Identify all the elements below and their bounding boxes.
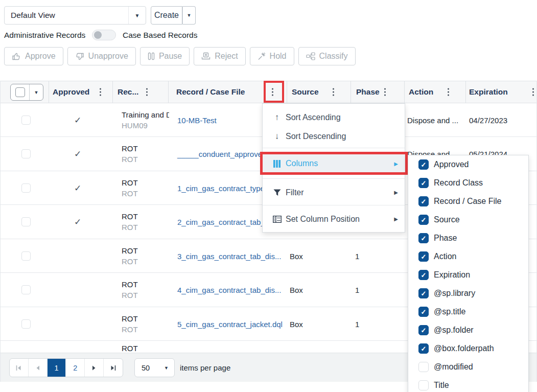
record-file-link[interactable]: 3_cim_gas_contract_tab_dis... <box>177 251 281 260</box>
checkbox-icon[interactable]: ✓ <box>418 343 429 354</box>
column-menu-button-phase[interactable] <box>384 88 386 96</box>
row-checkbox[interactable] <box>21 149 31 158</box>
column-header-expiration[interactable]: Expiration <box>469 87 508 97</box>
checkbox-icon[interactable]: ✓ <box>418 380 429 390</box>
hold-button[interactable]: Hold <box>250 47 294 65</box>
column-menu-button-record-class[interactable] <box>146 88 148 96</box>
column-menu-button-action[interactable] <box>448 88 449 96</box>
page-button-1[interactable]: 1 <box>48 359 66 377</box>
last-page-icon <box>110 365 116 371</box>
row-checkbox[interactable] <box>21 319 31 329</box>
header-cell-record-class: Rec... <box>113 81 169 103</box>
checkbox-icon[interactable]: ✓ <box>418 270 429 280</box>
column-menu-button-record-case-file[interactable] <box>272 88 273 96</box>
submenu-item-label: @sp.title <box>434 307 465 316</box>
unapprove-button[interactable]: Unapprove <box>67 47 136 65</box>
header-cell-select: ▼ <box>0 81 49 103</box>
record-type-toggle[interactable] <box>92 30 116 40</box>
create-button[interactable]: Create <box>151 6 182 25</box>
row-checkbox[interactable] <box>21 285 31 294</box>
menu-item-set-column-position[interactable]: Set Column Position ▶ <box>263 210 405 228</box>
column-context-menu: ↑ Sort Ascending ↓ Sort Descending Colum… <box>262 103 405 233</box>
reject-icon <box>201 52 211 60</box>
view-select-open-button[interactable]: ▼ <box>128 7 146 24</box>
record-file-link[interactable]: _____conduent_approve <box>177 150 262 158</box>
source-cell: Box <box>290 251 303 260</box>
checkbox-icon[interactable]: ✓ <box>418 251 429 262</box>
row-checkbox[interactable] <box>21 183 31 193</box>
menu-item-label: Sort Descending <box>286 132 346 141</box>
menu-item-sort-ascending[interactable]: ↑ Sort Ascending <box>263 108 405 127</box>
sort-ascending-icon: ↑ <box>271 113 283 122</box>
submenu-item-source[interactable]: ✓ Source <box>408 211 528 229</box>
submenu-item-modified[interactable]: ✓ @modified <box>408 358 528 376</box>
previous-page-button[interactable] <box>29 359 48 377</box>
page-button-2[interactable]: 2 <box>66 359 85 377</box>
submenu-item-expiration[interactable]: ✓ Expiration <box>408 266 528 284</box>
checkbox-icon[interactable]: ✓ <box>418 362 429 372</box>
last-page-button[interactable] <box>104 359 123 377</box>
submenu-item-record-case-file[interactable]: ✓ Record / Case File <box>408 192 528 211</box>
header-cell-phase: Phase <box>351 81 405 103</box>
submenu-item-approved[interactable]: ✓ Approved <box>408 155 528 174</box>
page-size-value: 50 <box>135 364 150 372</box>
items-per-page-label: items per page <box>180 363 230 372</box>
record-file-link[interactable]: 4_cim_gas_contract_tab_dis... <box>177 286 281 294</box>
checkbox-icon[interactable]: ✓ <box>418 288 429 298</box>
submenu-item-sp-library[interactable]: ✓ @sp.library <box>408 284 528 303</box>
create-dropdown-button[interactable]: ▼ <box>182 6 196 25</box>
unapprove-label: Unapprove <box>88 52 128 61</box>
column-menu-button-source[interactable] <box>333 88 334 96</box>
checkbox-icon[interactable]: ✓ <box>418 325 429 335</box>
record-file-link[interactable]: 1_cim_gas_contract_type <box>177 183 265 192</box>
administrative-records-label: Administrative Records <box>4 31 85 40</box>
column-header-record-class[interactable]: Rec... <box>118 87 138 97</box>
checkbox-icon[interactable]: ✓ <box>418 307 429 317</box>
submenu-item-phase[interactable]: ✓ Phase <box>408 229 528 247</box>
first-page-icon <box>16 365 21 371</box>
record-class-name: ROT <box>122 177 138 188</box>
next-page-button[interactable] <box>85 359 104 377</box>
column-header-source[interactable]: Source <box>292 87 319 97</box>
checkbox-icon[interactable]: ✓ <box>418 196 429 206</box>
view-select[interactable]: Default View ▼ <box>4 6 146 25</box>
checkbox-icon[interactable]: ✓ <box>418 233 429 243</box>
record-class-code: ROT <box>122 222 138 233</box>
submenu-item-action[interactable]: ✓ Action <box>408 247 528 266</box>
reject-button[interactable]: Reject <box>194 47 245 65</box>
select-all-dropdown[interactable]: ▼ <box>30 84 43 100</box>
checkbox-icon[interactable]: ✓ <box>418 178 429 188</box>
column-menu-button-expiration[interactable] <box>532 88 534 96</box>
column-header-phase[interactable]: Phase <box>356 87 380 97</box>
checkbox-icon[interactable]: ✓ <box>418 159 429 170</box>
menu-separator <box>263 205 405 205</box>
checkbox-icon[interactable]: ✓ <box>418 215 429 225</box>
submenu-chevron-icon: ▶ <box>394 190 398 195</box>
menu-item-sort-descending[interactable]: ↓ Sort Descending <box>263 127 405 146</box>
menu-item-filter[interactable]: Filter ▶ <box>263 183 405 202</box>
row-checkbox[interactable] <box>21 116 31 125</box>
submenu-item-sp-title[interactable]: ✓ @sp.title <box>408 303 528 321</box>
menu-separator <box>263 148 405 148</box>
column-header-action[interactable]: Action <box>409 87 433 97</box>
record-file-link[interactable]: 2_cim_gas_contract_tab_ <box>177 218 265 226</box>
select-all-checkbox[interactable] <box>11 84 30 100</box>
submenu-item-box-folderpath[interactable]: ✓ @box.folderpath <box>408 339 528 358</box>
submenu-item-record-class[interactable]: ✓ Record Class <box>408 174 528 192</box>
column-menu-button-approved[interactable] <box>100 88 101 96</box>
column-header-approved[interactable]: Approved <box>53 87 89 97</box>
submenu-item-title[interactable]: ✓ Title <box>408 376 528 392</box>
first-page-button[interactable] <box>10 359 29 377</box>
pause-button[interactable]: Pause <box>140 47 190 65</box>
record-file-link[interactable]: 10-MB-Test <box>177 116 217 124</box>
expiration-cell: 04/27/2023 <box>469 116 507 124</box>
column-header-record-case-file[interactable]: Record / Case File <box>176 87 245 97</box>
row-checkbox[interactable] <box>21 251 31 261</box>
row-checkbox[interactable] <box>21 217 31 226</box>
menu-item-columns[interactable]: Columns ▶ <box>263 153 405 174</box>
submenu-item-sp-folder[interactable]: ✓ @sp.folder <box>408 321 528 339</box>
page-size-select[interactable]: 50 ▼ <box>134 358 175 377</box>
approve-button[interactable]: Approve <box>4 47 63 65</box>
classify-button[interactable]: Classify <box>298 47 356 65</box>
record-file-link[interactable]: 5_cim_gas_contract_jacket.dql <box>177 319 283 328</box>
